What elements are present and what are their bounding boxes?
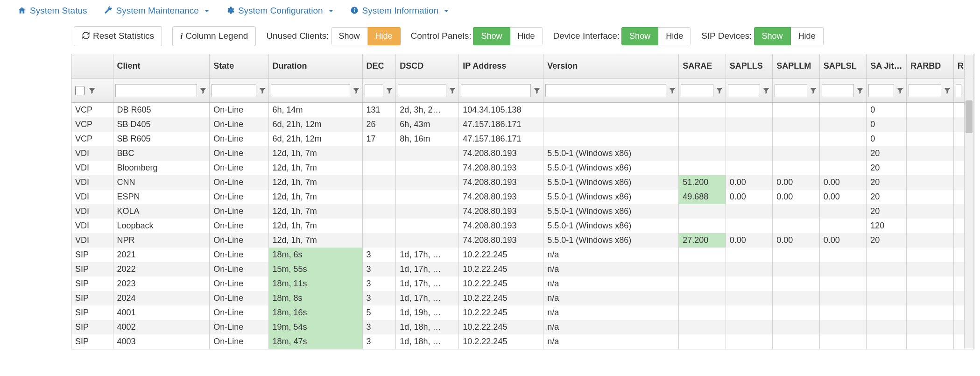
column-header-c2[interactable]: State bbox=[210, 54, 268, 78]
cell-c0: VDI bbox=[71, 146, 113, 161]
cell-c12: 20 bbox=[867, 161, 907, 175]
unused-clients-show-button[interactable]: Show bbox=[331, 27, 368, 46]
column-header-c5[interactable]: DSCD bbox=[396, 54, 459, 78]
table-row[interactable]: VDIBloombergOn-Line12d, 1h, 7m74.208.80.… bbox=[71, 161, 974, 175]
reset-statistics-button[interactable]: Reset Statistics bbox=[74, 26, 162, 46]
column-header-c4[interactable]: DEC bbox=[362, 54, 396, 78]
cell-c7: n/a bbox=[543, 320, 679, 334]
table-row[interactable]: SIP2023On-Line18m, 11s31d, 17h, …10.2.22… bbox=[71, 277, 974, 291]
cell-c4 bbox=[362, 233, 396, 248]
table-row[interactable]: SIP2021On-Line18m, 6s31d, 17h, …10.2.22.… bbox=[71, 248, 974, 262]
filter-icon[interactable] bbox=[199, 86, 207, 95]
column-header-c13[interactable]: RARBD bbox=[907, 54, 954, 78]
table-row[interactable]: VDILoopbackOn-Line12d, 1h, 7m74.208.80.1… bbox=[71, 219, 974, 233]
table-row[interactable]: SIP4002On-Line19m, 54s31d, 18h, …10.2.22… bbox=[71, 320, 974, 334]
nav-system-information[interactable]: System Information bbox=[350, 6, 449, 16]
filter-icon[interactable] bbox=[809, 86, 818, 95]
device-interface-show-button[interactable]: Show bbox=[621, 27, 658, 46]
filter-input-c1[interactable] bbox=[115, 84, 197, 97]
filter-icon[interactable] bbox=[943, 86, 952, 95]
table-row[interactable]: VCPSB R605On-Line6d, 21h, 12m178h, 16m47… bbox=[71, 132, 974, 146]
filter-icon[interactable] bbox=[668, 86, 677, 95]
table-row[interactable]: VCPSB D405On-Line6d, 21h, 12m266h, 43m47… bbox=[71, 117, 974, 132]
filter-icon[interactable] bbox=[258, 86, 267, 95]
vertical-scrollbar[interactable] bbox=[964, 55, 973, 348]
column-header-c9[interactable]: SAPLLS bbox=[726, 54, 773, 78]
table-row[interactable]: VDINPROn-Line12d, 1h, 7m74.208.80.1935.5… bbox=[71, 233, 974, 248]
nav-system-status-label: System Status bbox=[30, 6, 87, 16]
table-row[interactable]: SIP2022On-Line15m, 55s31d, 17h, …10.2.22… bbox=[71, 262, 974, 277]
table-row[interactable]: VDICNNOn-Line12d, 1h, 7m74.208.80.1935.5… bbox=[71, 175, 974, 190]
table-row[interactable]: VDIESPNOn-Line12d, 1h, 7m74.208.80.1935.… bbox=[71, 190, 974, 204]
control-panels-show-button[interactable]: Show bbox=[473, 27, 510, 46]
cell-c1: 2023 bbox=[113, 277, 210, 291]
filter-icon[interactable] bbox=[448, 86, 457, 95]
nav-system-maintenance[interactable]: System Maintenance bbox=[104, 6, 209, 16]
filter-input-c3[interactable] bbox=[271, 84, 350, 97]
table-row[interactable]: SIP4001On-Line18m, 16s51d, 19h, …10.2.22… bbox=[71, 305, 974, 320]
nav-system-configuration[interactable]: System Configuration bbox=[226, 6, 333, 16]
cell-c5: 6h, 43m bbox=[396, 117, 459, 132]
filter-input-c6[interactable] bbox=[461, 84, 531, 97]
column-header-c6[interactable]: IP Address bbox=[459, 54, 543, 78]
cell-c6: 74.208.80.193 bbox=[459, 146, 543, 161]
cell-c5 bbox=[396, 161, 459, 175]
filter-input-c10[interactable] bbox=[775, 84, 807, 97]
column-header-c10[interactable]: SAPLLM bbox=[773, 54, 820, 78]
column-header-c3[interactable]: Duration bbox=[268, 54, 362, 78]
column-header-c11[interactable]: SAPLSL bbox=[819, 54, 867, 78]
sip-devices-show-button[interactable]: Show bbox=[754, 27, 791, 46]
cell-c0: VDI bbox=[71, 175, 113, 190]
filter-input-c4[interactable] bbox=[365, 84, 384, 97]
scrollbar-thumb[interactable] bbox=[966, 100, 973, 133]
filter-icon[interactable] bbox=[856, 86, 864, 95]
cell-c8 bbox=[679, 320, 726, 334]
filter-icon[interactable] bbox=[896, 86, 904, 95]
table-row[interactable]: VCPDB R605On-Line6h, 14m1312d, 3h, 2…104… bbox=[71, 103, 974, 117]
filter-input-c12[interactable] bbox=[868, 84, 894, 97]
filter-icon[interactable] bbox=[533, 86, 541, 95]
grid-header-row: ClientStateDurationDECDSCDIP AddressVers… bbox=[71, 54, 974, 78]
table-row[interactable]: SIP2024On-Line18m, 8s31d, 17h, …10.2.22.… bbox=[71, 291, 974, 305]
filter-checkbox-c0[interactable] bbox=[75, 86, 85, 95]
filter-icon[interactable] bbox=[352, 86, 360, 95]
cell-c3: 12d, 1h, 7m bbox=[268, 190, 362, 204]
sip-devices-hide-button[interactable]: Hide bbox=[791, 27, 824, 46]
filter-icon[interactable] bbox=[715, 86, 724, 95]
cell-c3: 18m, 16s bbox=[268, 305, 362, 320]
cell-c5: 1d, 19h, … bbox=[396, 305, 459, 320]
cell-c4: 26 bbox=[362, 117, 396, 132]
cell-c8 bbox=[679, 262, 726, 277]
cell-c10 bbox=[773, 204, 820, 219]
filter-input-c13[interactable] bbox=[909, 84, 941, 97]
column-header-c8[interactable]: SARAE bbox=[679, 54, 726, 78]
filter-input-c14[interactable] bbox=[956, 84, 961, 97]
filter-input-c2[interactable] bbox=[212, 84, 256, 97]
filter-input-c11[interactable] bbox=[822, 84, 854, 97]
device-interface-hide-button[interactable]: Hide bbox=[658, 27, 691, 46]
filter-input-c7[interactable] bbox=[545, 84, 666, 97]
cell-c5 bbox=[396, 146, 459, 161]
cell-c1: 2021 bbox=[113, 248, 210, 262]
column-header-c12[interactable]: SA Jitter bbox=[867, 54, 907, 78]
column-header-c0[interactable] bbox=[71, 54, 113, 78]
unused-clients-hide-button[interactable]: Hide bbox=[368, 27, 401, 46]
column-legend-button[interactable]: i Column Legend bbox=[172, 26, 256, 46]
cell-c0: VDI bbox=[71, 233, 113, 248]
control-panels-hide-button[interactable]: Hide bbox=[510, 27, 543, 46]
table-row[interactable]: SIP4003On-Line18m, 47s31d, 18h, …10.2.22… bbox=[71, 334, 974, 349]
filter-icon[interactable] bbox=[385, 86, 394, 95]
filter-input-c8[interactable] bbox=[681, 84, 713, 97]
table-row[interactable]: VDIBBCOn-Line12d, 1h, 7m74.208.80.1935.5… bbox=[71, 146, 974, 161]
column-header-c1[interactable]: Client bbox=[113, 54, 210, 78]
filter-cell-c5 bbox=[396, 78, 459, 103]
column-header-c7[interactable]: Version bbox=[543, 54, 679, 78]
filter-icon[interactable] bbox=[762, 86, 770, 95]
filter-input-c5[interactable] bbox=[398, 84, 446, 97]
cell-c12: 0 bbox=[867, 103, 907, 117]
cell-c13 bbox=[907, 277, 954, 291]
filter-input-c9[interactable] bbox=[728, 84, 761, 97]
nav-system-status[interactable]: System Status bbox=[18, 6, 87, 16]
filter-icon[interactable] bbox=[88, 86, 96, 95]
table-row[interactable]: VDIKOLAOn-Line12d, 1h, 7m74.208.80.1935.… bbox=[71, 204, 974, 219]
